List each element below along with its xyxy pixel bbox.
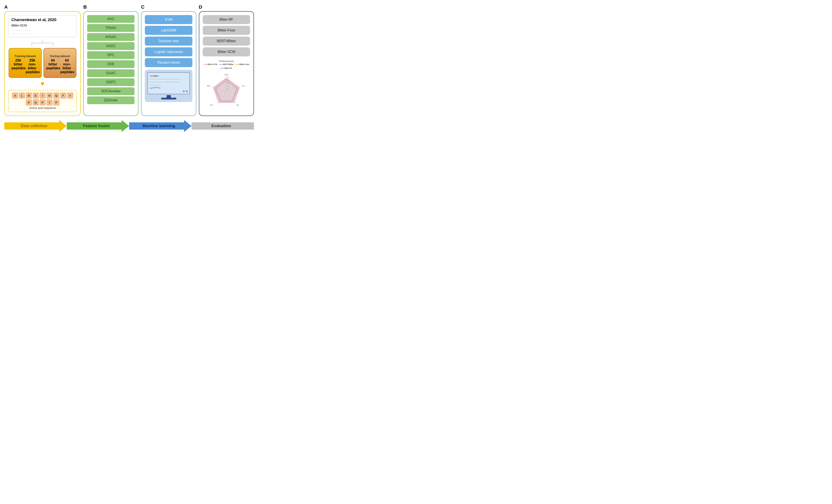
testing-body: Testing dataset 64 bitter peptides 64 no…	[44, 48, 76, 78]
legend-line-ibitter-scm	[204, 64, 207, 64]
panel-d: D Bitter-RF iBitter-Fuse BERT4Bitter iBi…	[199, 4, 254, 116]
eval-ibitter-scm: iBitter-SCM	[203, 47, 250, 56]
feature-asdc: ASDC	[87, 42, 134, 50]
feature-aac: AAC	[87, 15, 134, 23]
monitor-stand	[148, 95, 190, 100]
code-line-4: -------	[150, 83, 187, 86]
arrows-row: Data colltction Feature fusion Machine l…	[4, 120, 254, 132]
tree-connector-svg	[15, 40, 70, 46]
legend-bitter-rf: Bitter-RF	[220, 67, 232, 69]
aa-F: F	[60, 92, 66, 99]
aa-row-1: A L N E I N Q F Y	[11, 92, 74, 99]
paper-title: Charoenkwan et al, 2020	[11, 18, 74, 22]
panel-a: A Charoenkwan et al, 2020 iBitter-SCM ..…	[4, 4, 81, 116]
ml-logistic: Logistic regression	[145, 47, 192, 56]
ml-svm: SVM	[145, 15, 192, 24]
eval-ibitter-fuse: iBitter-Fuse	[203, 26, 250, 35]
radar-svg: AUC Sn Sp Acc Mcc 1.0 0.8 0.6 0.4 0.2	[205, 70, 248, 111]
testing-cylinder: Testing dataset 64 bitter peptides 64 no…	[44, 48, 76, 78]
panel-b-inner: AAC TPAAC APAAC ASDC DPC DDE GAAC GDPC S…	[83, 11, 138, 116]
aa-Q: Q	[53, 92, 59, 99]
panel-c-inner: SVM LightGBM Decision tree Logistic regr…	[141, 11, 196, 116]
training-body: Training dataset 256 bitter peptides 256…	[8, 48, 42, 78]
aa-I: I	[40, 92, 46, 99]
legend-label-bitter-rf: Bitter-RF	[225, 67, 232, 69]
monitor-dot-1	[183, 90, 185, 92]
radar-title: Performances	[219, 60, 234, 62]
eval-list: Bitter-RF iBitter-Fuse BERT4Bitter iBitt…	[203, 15, 250, 56]
ml-decision-tree: Decision tree	[145, 36, 192, 46]
feature-dde: DDE	[87, 60, 134, 68]
monitor-screen: <code> -------------------- ------------…	[148, 72, 190, 94]
testing-inner: 64 bitter peptides 64 non-bitter peptide…	[45, 58, 75, 75]
paper-dots-1: .................	[11, 28, 74, 31]
code-line-5: </>***>	[150, 86, 187, 89]
svg-text:Sp: Sp	[236, 104, 239, 106]
arrow-data: Data colltction	[4, 120, 67, 132]
training-cylinder: Training dataset 256 bitter peptides 256…	[8, 48, 42, 78]
radar-container: Performances iBitter-SCM BERT4Bitter	[203, 60, 250, 111]
panels-row: A Charoenkwan et al, 2020 iBitter-SCM ..…	[4, 4, 254, 118]
feature-socnumber: SOCNumber	[87, 87, 134, 95]
datasets-row: Training dataset 256 bitter peptides 256…	[8, 48, 77, 78]
ml-rf: Random forest	[145, 58, 192, 67]
panel-b-label: B	[83, 4, 138, 10]
panel-d-inner: Bitter-RF iBitter-Fuse BERT4Bitter iBitt…	[199, 11, 254, 116]
feature-tpaac: TPAAC	[87, 24, 134, 32]
code-line-2: --------------------	[150, 77, 187, 80]
aa-P2: P	[40, 100, 46, 105]
radar-legend: iBitter-SCM BERT4Bitter iBitter-Fuse	[203, 63, 250, 69]
arrow-eval-label: Evaluation	[211, 124, 231, 128]
legend-line-bert4bitter	[219, 64, 223, 64]
panel-c: C SVM LightGBM Decision tree Logistic re…	[141, 4, 196, 116]
arrow-section-feature: Feature fusion	[67, 120, 129, 132]
panel-c-label: C	[141, 4, 196, 10]
svg-text:AUC: AUC	[224, 74, 229, 76]
arrow-feature-label: Feature fusion	[83, 124, 110, 128]
feature-apaac: APAAC	[87, 33, 134, 41]
down-arrow-a: ▼	[8, 80, 77, 87]
code-line-3: --------------------	[150, 80, 187, 83]
legend-label-ibitter-fuse: iBitter-Fuse	[239, 63, 249, 65]
main-container: A Charoenkwan et al, 2020 iBitter-SCM ..…	[4, 4, 254, 132]
tree-connector	[8, 40, 77, 46]
svg-text:0.4: 0.4	[227, 79, 229, 81]
training-inner: 256 bitter peptides 256 non-bitter pepti…	[10, 58, 40, 75]
aa-P: P	[26, 100, 32, 105]
arrow-section-eval: Evaluation	[191, 120, 254, 132]
legend-label-ibitter-scm: iBitter-SCM	[207, 63, 217, 65]
aa-I2: I	[47, 100, 53, 105]
svg-text:Acc: Acc	[210, 104, 213, 106]
legend-label-bert4bitter: BERT4Bitter	[223, 63, 234, 65]
legend-line-ibitter-fuse	[235, 64, 239, 64]
aa-G: G	[33, 100, 39, 105]
eval-bitter-rf: Bitter-RF	[203, 15, 250, 24]
arrow-ml-label: Machine learining	[142, 124, 175, 128]
feature-dpc: DPC	[87, 51, 134, 59]
paper-dots-2: .................	[11, 32, 74, 35]
arrow-feature: Feature fusion	[67, 120, 129, 132]
eval-bert4bitter: BERT4Bitter	[203, 36, 250, 46]
paper-box: Charoenkwan et al, 2020 iBitter-SCM ....…	[8, 15, 77, 37]
aa-E: E	[33, 92, 39, 99]
aa-L: L	[19, 92, 25, 99]
training-label: Training dataset	[10, 50, 40, 58]
test-nonbitter: 64 non-bitter peptides	[60, 58, 73, 74]
arrow-ml: Machine learining	[129, 120, 191, 132]
arrow-data-label: Data colltction	[21, 124, 47, 128]
aa-N: N	[26, 92, 32, 99]
train-bitter: 256 bitter peptides	[11, 58, 25, 74]
arrow-section-ml: Machine learining	[129, 120, 191, 132]
seq-label: Amino acid sequence	[11, 106, 74, 109]
ml-list: SVM LightGBM Decision tree Logistic regr…	[145, 15, 192, 67]
svg-text:Mcc: Mcc	[207, 85, 210, 87]
legend-line-bitter-rf	[220, 68, 224, 69]
ml-lightgbm: LightGBM	[145, 26, 192, 35]
monitor-dots	[150, 90, 187, 92]
feature-qsorder: QSOrder	[87, 97, 134, 104]
feature-list: AAC TPAAC APAAC ASDC DPC DDE GAAC GDPC S…	[87, 15, 134, 112]
monitor-neck	[166, 95, 171, 98]
svg-text:Sn: Sn	[242, 85, 244, 87]
monitor-dot-2	[186, 90, 188, 92]
code-line-1: <code>	[150, 75, 187, 77]
